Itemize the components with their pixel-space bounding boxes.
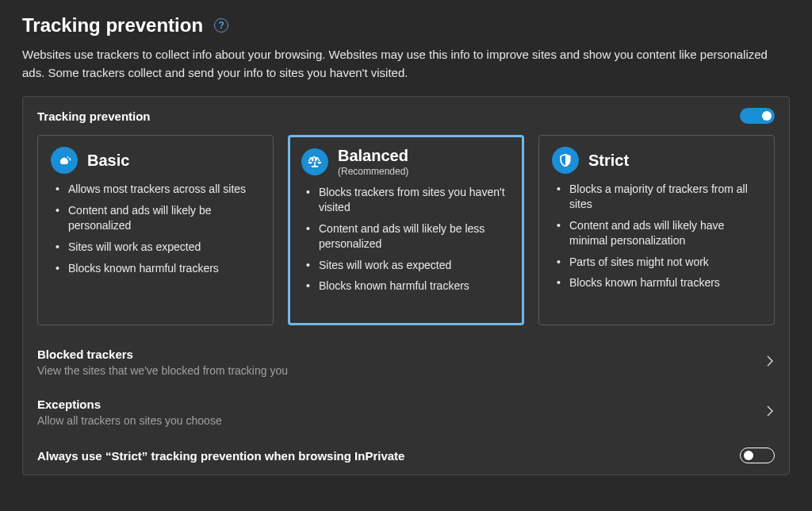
exceptions-row[interactable]: Exceptions Allow all trackers on sites y… [37,390,775,440]
level-card-balanced[interactable]: Balanced (Recommended) Blocks trackers f… [288,135,524,325]
card-bullets: Allows most trackers across all sites Co… [56,182,260,275]
card-bullets: Blocks a majority of trackers from all s… [557,182,761,290]
inprivate-strict-toggle[interactable] [740,448,775,463]
card-title: Balanced [338,147,408,164]
level-card-basic[interactable]: Basic Allows most trackers across all si… [37,135,274,325]
bullet: Content and ads will likely be personali… [56,203,260,233]
chevron-right-icon [765,404,775,421]
bullet: Blocks known harmful trackers [56,261,260,276]
strict-icon [552,147,579,174]
row-sublabel: Allow all trackers on sites you choose [37,414,222,427]
bullet: Blocks known harmful trackers [306,279,511,294]
card-title: Basic [87,152,129,169]
bullet: Sites will work as expected [306,258,511,273]
bullet: Sites will work as expected [56,240,260,255]
help-icon[interactable]: ? [214,18,228,33]
card-bullets: Blocks trackers from sites you haven't v… [306,185,511,294]
card-title: Strict [588,152,629,169]
bullet: Content and ads will likely be less pers… [306,221,511,252]
card-subtitle: (Recommended) [338,166,408,177]
row-label: Always use “Strict” tracking prevention … [37,449,404,463]
row-label: Blocked trackers [37,348,288,361]
bullet: Content and ads will likely have minimal… [557,218,761,248]
toggle-knob [762,111,772,121]
bullet: Blocks known harmful trackers [557,275,761,290]
row-sublabel: View the sites that we've blocked from t… [37,364,288,377]
inprivate-strict-row[interactable]: Always use “Strict” tracking prevention … [37,440,775,471]
chevron-right-icon [765,354,775,371]
panel-title: Tracking prevention [37,110,151,123]
blocked-trackers-row[interactable]: Blocked trackers View the sites that we'… [37,340,775,390]
bullet: Allows most trackers across all sites [56,182,260,197]
level-card-strict[interactable]: Strict Blocks a majority of trackers fro… [538,135,775,325]
bullet: Parts of sites might not work [557,255,761,270]
toggle-knob [744,451,753,460]
bullet: Blocks a majority of trackers from all s… [557,182,761,212]
balanced-icon [301,148,328,175]
tracking-prevention-toggle[interactable] [740,108,775,124]
basic-icon [51,147,78,174]
bullet: Blocks trackers from sites you haven't v… [306,185,511,215]
tracking-prevention-panel: Tracking prevention Basic Allows most tr… [22,96,790,475]
page-title: Tracking prevention [22,14,203,36]
level-cards: Basic Allows most trackers across all si… [37,135,775,325]
row-label: Exceptions [37,398,222,411]
page-description: Websites use trackers to collect info ab… [22,46,783,82]
